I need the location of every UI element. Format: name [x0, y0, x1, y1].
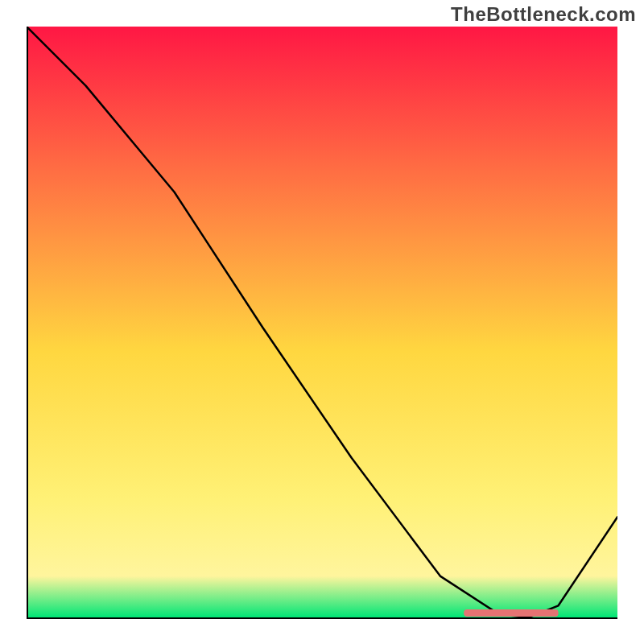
x-axis — [27, 617, 617, 619]
watermark-text: TheBottleneck.com — [451, 3, 636, 26]
chart-container: TheBottleneck.com — [0, 0, 644, 644]
chart-plot — [27, 27, 617, 617]
optimum-marker — [464, 609, 558, 617]
y-axis — [27, 27, 28, 617]
gradient-background — [27, 27, 617, 617]
